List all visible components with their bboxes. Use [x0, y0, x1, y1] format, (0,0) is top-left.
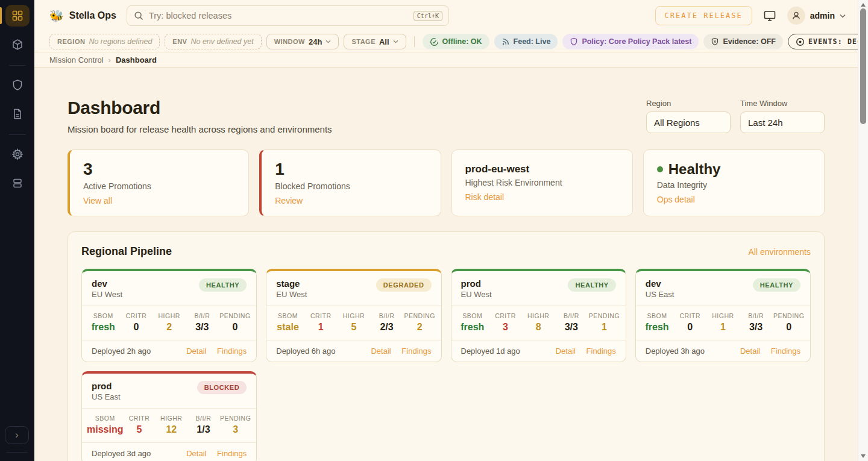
detail-link[interactable]: Detail — [186, 449, 206, 458]
window-filter-pill[interactable]: WINDOW 24h — [266, 34, 339, 49]
scroll-down-arrow[interactable] — [861, 454, 866, 458]
breadcrumb-separator: › — [108, 55, 111, 64]
breadcrumb-parent[interactable]: Mission Control — [49, 55, 104, 64]
metric-label: HIGHR — [522, 312, 555, 319]
metric-value: 0 — [673, 322, 706, 333]
page-title: Dashboard — [68, 98, 332, 118]
stats-grid: 3 Active Promotions View all 1 Blocked P… — [68, 149, 825, 216]
region-filter-pill[interactable]: REGION No regions defined — [49, 34, 160, 49]
metric-bir: B/I/R 2/3 — [370, 312, 403, 333]
shield-icon — [570, 37, 578, 46]
metric-sbom: SBOM missing — [87, 415, 123, 435]
sidebar-item-settings[interactable] — [5, 143, 30, 165]
metric-label: B/I/R — [555, 312, 588, 319]
stage-filter-pill[interactable]: STAGE All — [344, 34, 406, 49]
metrics-row: SBOM fresh CRITR 0 HIGHR 2 — [82, 306, 256, 340]
findings-link[interactable]: Findings — [771, 347, 800, 356]
metric-value: 8 — [522, 322, 555, 333]
card-footer: Deployed 2h ago Detail Findings — [82, 340, 256, 362]
monitor-icon[interactable] — [763, 9, 776, 22]
time-window-filter: Time Window Last 24h — [740, 99, 825, 133]
metric-sbom: SBOM fresh — [87, 312, 120, 333]
risk-detail-link[interactable]: Risk detail — [465, 192, 505, 202]
stat-value: 3 — [83, 160, 235, 179]
environment-name: dev — [92, 278, 122, 289]
metric-critr: CRITR 5 — [123, 415, 155, 435]
sidebar-item-dashboard[interactable] — [5, 5, 30, 27]
stat-card-blocked-promotions: 1 Blocked Promotions Review — [259, 149, 441, 216]
metric-highr: HIGHR 8 — [522, 312, 555, 333]
stat-label: Active Promotions — [83, 181, 235, 191]
scrollbar-thumb[interactable] — [860, 8, 866, 124]
sidebar-item-security[interactable] — [5, 74, 30, 96]
status-badge: BLOCKED — [197, 381, 247, 394]
evidence-status-text: Evidence: OFF — [723, 37, 776, 46]
window-filter-label: WINDOW — [274, 38, 305, 45]
metric-value: fresh — [456, 322, 489, 333]
metric-value: 3/3 — [740, 322, 773, 333]
metrics-row: SBOM fresh CRITR 0 HIGHR 1 — [636, 306, 810, 340]
events-status-pill[interactable]: EVENTS: DEGRADED — [788, 34, 868, 49]
keyboard-shortcut-badge: Ctrl+K — [414, 11, 442, 21]
app-title: Stella Ops — [69, 10, 116, 21]
pipeline-grid: dev EU West HEALTHY SBOM fresh CRITR — [81, 269, 811, 461]
metric-value: stale — [271, 322, 304, 333]
create-release-button[interactable]: CREATE RELEASE — [655, 6, 752, 25]
search-box[interactable]: Ctrl+K — [127, 5, 449, 26]
metric-label: CRITR — [120, 312, 153, 319]
health-status-text: Healthy — [668, 162, 721, 177]
stat-label: Data Integrity — [657, 180, 811, 190]
search-input[interactable] — [149, 11, 409, 20]
ops-detail-link[interactable]: Ops detail — [657, 195, 695, 204]
review-link[interactable]: Review — [275, 196, 303, 205]
findings-link[interactable]: Findings — [401, 347, 431, 356]
metric-value: 2 — [153, 322, 186, 333]
policy-status-chip: Policy: Core Policy Pack latest — [562, 34, 699, 49]
metric-label: B/I/R — [740, 312, 773, 319]
card-header: dev US East HEALTHY — [636, 271, 810, 306]
time-window-select[interactable]: Last 24h — [740, 111, 825, 133]
sidebar-item-releases[interactable] — [5, 34, 30, 55]
metric-value: 5 — [123, 424, 155, 435]
metric-label: B/I/R — [187, 415, 219, 422]
env-filter-pill[interactable]: ENV No env defined yet — [165, 34, 261, 49]
env-block: stage EU West — [276, 278, 307, 299]
findings-link[interactable]: Findings — [217, 449, 247, 458]
metric-pending: PENDING 0 — [772, 312, 805, 333]
env-block: dev US East — [646, 278, 675, 299]
all-environments-link[interactable]: All environments — [749, 247, 811, 257]
detail-link[interactable]: Detail — [186, 347, 206, 356]
detail-link[interactable]: Detail — [371, 347, 391, 356]
findings-link[interactable]: Findings — [217, 347, 247, 356]
deployed-time: Deployed 6h ago — [276, 347, 335, 356]
env-block: dev EU West — [92, 278, 122, 299]
environment-region: EU West — [276, 290, 307, 299]
environment-name: prod — [92, 381, 121, 391]
deployed-time: Deployed 1d ago — [461, 347, 520, 356]
metric-sbom: SBOM fresh — [456, 312, 489, 333]
view-all-link[interactable]: View all — [83, 196, 112, 205]
metric-highr: HIGHR 12 — [156, 415, 187, 435]
regional-pipeline-panel: Regional Pipeline All environments dev E… — [68, 231, 825, 461]
findings-link[interactable]: Findings — [587, 347, 616, 356]
sidebar-item-documents[interactable] — [5, 103, 30, 125]
detail-link[interactable]: Detail — [740, 347, 760, 356]
metric-value: 0 — [120, 322, 153, 333]
card-links: Detail Findings — [178, 347, 247, 356]
metric-sbom: SBOM fresh — [641, 312, 674, 333]
sidebar-item-infrastructure[interactable] — [5, 172, 30, 194]
environment-region: US East — [92, 392, 121, 401]
metric-label: SBOM — [271, 312, 304, 319]
app-root: › 🐝 Stella Ops Ctrl+K CREATE RELEASE — [0, 0, 868, 461]
user-menu[interactable]: admin — [787, 7, 846, 25]
sidebar-collapse-button[interactable]: › — [5, 426, 29, 444]
scroll-up-arrow[interactable] — [861, 3, 866, 7]
chevron-down-icon — [840, 14, 846, 18]
time-window-filter-label: Time Window — [740, 99, 825, 108]
feed-status-chip: Feed: Live — [494, 34, 558, 49]
metric-label: HIGHR — [338, 312, 371, 319]
status-badge: HEALTHY — [568, 278, 615, 292]
detail-link[interactable]: Detail — [556, 347, 576, 356]
region-select[interactable]: All Regions — [646, 111, 731, 133]
check-circle-icon — [430, 37, 439, 46]
